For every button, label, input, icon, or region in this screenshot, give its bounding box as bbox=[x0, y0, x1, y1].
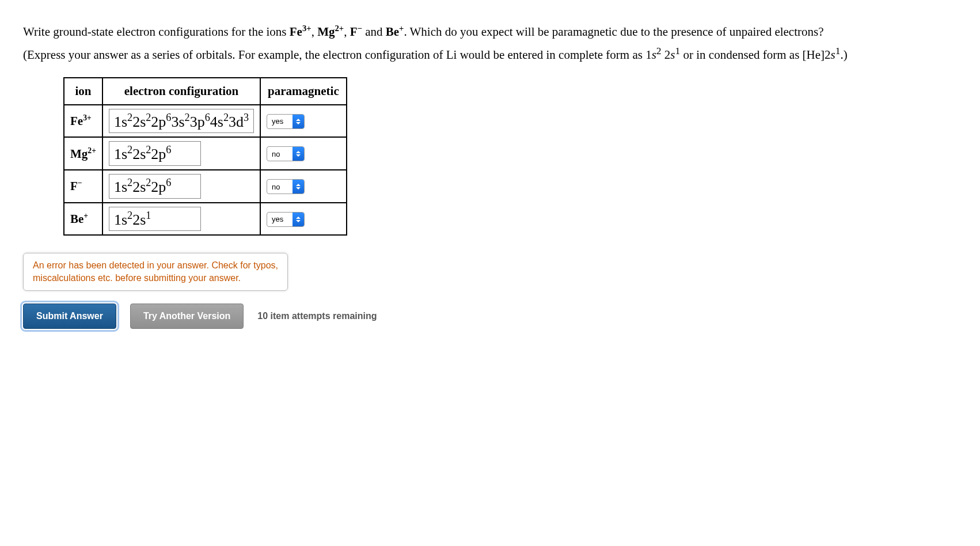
table-row: Mg2+1s22s22p6no bbox=[64, 137, 347, 170]
header-config: electron configuration bbox=[102, 78, 260, 105]
answer-table: ion electron configuration paramagnetic … bbox=[63, 77, 347, 236]
electron-config-input[interactable]: 1s22s22p63s23p64s23d3 bbox=[109, 109, 254, 134]
ion-symbol: Fe3+ bbox=[290, 25, 312, 39]
attempts-remaining: 10 item attempts remaining bbox=[257, 311, 377, 321]
question-note: (Express your answer as a series of orbi… bbox=[23, 44, 957, 63]
table-row: Be+1s22s1yes bbox=[64, 203, 347, 236]
ion-label: F− bbox=[70, 179, 82, 193]
electron-config-input[interactable]: 1s22s22p6 bbox=[109, 141, 201, 166]
select-value: yes bbox=[267, 115, 293, 128]
ion-symbol: Mg2+ bbox=[317, 25, 344, 39]
paramagnetic-select[interactable]: no bbox=[267, 179, 305, 194]
table-row: Fe3+1s22s22p63s23p64s23d3yes bbox=[64, 105, 347, 138]
electron-config-input[interactable]: 1s22s22p6 bbox=[109, 174, 201, 199]
question-text: Write ground-state electron configuratio… bbox=[23, 23, 957, 40]
paramagnetic-select[interactable]: no bbox=[267, 146, 305, 161]
ion-label: Mg2+ bbox=[70, 147, 96, 161]
updown-icon bbox=[293, 180, 304, 194]
ion-label: Fe3+ bbox=[70, 114, 92, 128]
ion-label: Be+ bbox=[70, 212, 88, 226]
select-value: no bbox=[267, 147, 293, 161]
submit-button[interactable]: Submit Answer bbox=[23, 304, 116, 329]
electron-config-input[interactable]: 1s22s1 bbox=[109, 207, 201, 232]
ion-symbol: Be+ bbox=[386, 25, 404, 39]
ion-symbol: F− bbox=[350, 25, 362, 39]
table-row: F−1s22s22p6no bbox=[64, 170, 347, 203]
header-paramagnetic: paramagnetic bbox=[260, 78, 347, 105]
select-value: no bbox=[267, 180, 293, 194]
paramagnetic-select[interactable]: yes bbox=[267, 212, 305, 227]
updown-icon bbox=[293, 115, 304, 128]
paramagnetic-select[interactable]: yes bbox=[267, 114, 305, 129]
try-another-button[interactable]: Try Another Version bbox=[130, 304, 244, 329]
updown-icon bbox=[293, 213, 304, 226]
error-message: An error has been detected in your answe… bbox=[23, 253, 288, 290]
select-value: yes bbox=[267, 213, 293, 226]
updown-icon bbox=[293, 147, 304, 161]
header-ion: ion bbox=[64, 78, 102, 105]
button-row: Submit Answer Try Another Version 10 ite… bbox=[23, 304, 957, 329]
